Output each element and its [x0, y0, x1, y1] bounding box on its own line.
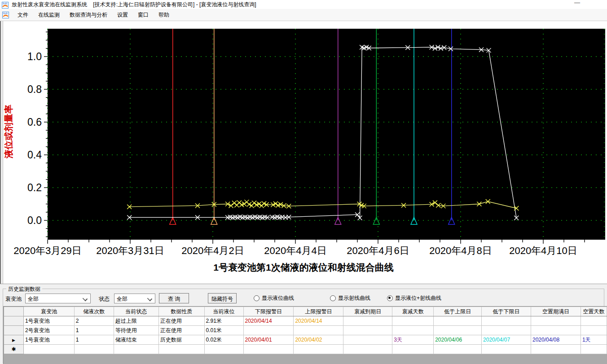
- selected-cell[interactable]: 2020/04/05: [343, 335, 392, 345]
- column-header[interactable]: 衰减天数: [392, 307, 434, 316]
- mdi-left-edge: [0, 21, 3, 284]
- menu-item-帮助[interactable]: 帮助: [154, 9, 174, 21]
- table-cell[interactable]: 1: [74, 335, 114, 345]
- column-header[interactable]: 低于下限日: [482, 307, 531, 316]
- svg-text:2020年4月6日: 2020年4月6日: [347, 245, 409, 256]
- table-cell[interactable]: [294, 326, 343, 335]
- table-cell[interactable]: 2: [74, 316, 114, 326]
- menu-item-在线监测[interactable]: 在线监测: [33, 9, 65, 21]
- table-cell[interactable]: 正在使用: [158, 326, 204, 335]
- column-header[interactable]: 当前状态: [114, 307, 158, 316]
- svg-text:1.0: 1.0: [27, 51, 42, 62]
- table-cell[interactable]: [581, 326, 607, 335]
- column-header[interactable]: 衰减到期日: [343, 307, 392, 316]
- table-cell[interactable]: [343, 326, 392, 335]
- table-cell[interactable]: 1号衰变池: [23, 316, 74, 326]
- table-cell[interactable]: [74, 345, 114, 354]
- table-cell[interactable]: [531, 345, 581, 354]
- table-cell[interactable]: [392, 316, 434, 326]
- radio-selected-icon: [387, 295, 393, 301]
- table-cell[interactable]: 等待使用: [114, 326, 158, 335]
- table-cell[interactable]: 3天: [392, 335, 434, 345]
- menu-item-数据查询与分析[interactable]: 数据查询与分析: [65, 9, 112, 21]
- table-cell[interactable]: 0.02米: [204, 335, 243, 345]
- svg-text:2020年4月2日: 2020年4月2日: [181, 245, 244, 256]
- status-filter-combobox[interactable]: 全部: [114, 294, 155, 303]
- chevron-down-icon: [83, 296, 88, 301]
- table-cell[interactable]: [531, 316, 581, 326]
- column-header[interactable]: 储液次数: [74, 307, 114, 316]
- pool-filter-combobox[interactable]: 全部: [25, 294, 91, 303]
- current-row-indicator[interactable]: ▶: [4, 335, 24, 345]
- radio-curve-1[interactable]: 显示射线曲线: [330, 294, 370, 302]
- table-cell[interactable]: 历史数据: [158, 335, 204, 345]
- table-cell[interactable]: [294, 345, 343, 354]
- table-cell[interactable]: 1天: [581, 335, 607, 345]
- column-header[interactable]: 衰变池: [23, 307, 74, 316]
- table-cell[interactable]: [482, 326, 531, 335]
- menu-item-窗口[interactable]: 窗口: [133, 9, 154, 21]
- table-cell[interactable]: [204, 345, 243, 354]
- table-cell[interactable]: [531, 326, 581, 335]
- table-cell[interactable]: [114, 345, 158, 354]
- table-cell[interactable]: 2020/04/07: [482, 335, 531, 345]
- table-cell[interactable]: 2020/04/02: [294, 335, 343, 345]
- table-cell[interactable]: 2020/04/01: [243, 335, 294, 345]
- radio-label: 显示射线曲线: [338, 294, 370, 302]
- table-cell[interactable]: 储液结束: [114, 335, 158, 345]
- row-header[interactable]: [4, 316, 24, 326]
- table-header-row: 衰变池储液次数当前状态数据性质当前液位下限报警日上限报警日衰减到期日衰减天数低于…: [4, 307, 607, 316]
- table-cell[interactable]: 1: [74, 326, 114, 335]
- history-data-grid: 衰变池储液次数当前状态数据性质当前液位下限报警日上限报警日衰减到期日衰减天数低于…: [3, 306, 607, 364]
- table-cell[interactable]: 2020/04/08: [531, 335, 581, 345]
- column-header[interactable]: 空置期满日: [531, 307, 581, 316]
- pool-filter-value: 全部: [28, 296, 39, 302]
- table-cell[interactable]: 2020/04/14: [294, 316, 343, 326]
- table-cell[interactable]: 2020/04/06: [434, 335, 482, 345]
- table-cell[interactable]: 正在使用: [158, 316, 204, 326]
- radio-curve-0[interactable]: 显示液位曲线: [254, 294, 294, 302]
- table-cell[interactable]: [23, 345, 74, 354]
- column-header[interactable]: 当前液位: [204, 307, 243, 316]
- plot-area: [48, 29, 605, 240]
- table-cell[interactable]: [581, 316, 607, 326]
- table-cell[interactable]: [243, 326, 294, 335]
- table-cell[interactable]: 超过上限: [114, 316, 158, 326]
- column-header[interactable]: 低于上限日: [434, 307, 482, 316]
- table-cell[interactable]: [434, 326, 482, 335]
- column-header[interactable]: 空置天数: [581, 307, 607, 316]
- table-cell[interactable]: [434, 345, 482, 354]
- table-cell[interactable]: [581, 345, 607, 354]
- table-cell[interactable]: [343, 316, 392, 326]
- table-cell[interactable]: 2号衰变池: [23, 326, 74, 335]
- column-header[interactable]: 上限报警日: [294, 307, 343, 316]
- menu-item-设置[interactable]: 设置: [112, 9, 133, 21]
- table-cell[interactable]: [482, 316, 531, 326]
- table-cell[interactable]: 1号衰变池: [23, 335, 74, 345]
- table-corner-cell: [4, 307, 24, 316]
- table-cell[interactable]: [392, 326, 434, 335]
- radio-curve-2[interactable]: 显示液位+射线曲线: [387, 294, 441, 302]
- table-cell[interactable]: [158, 345, 204, 354]
- row-header[interactable]: [4, 326, 24, 335]
- minimize-button[interactable]: —: [574, 0, 580, 6]
- table-cell[interactable]: [243, 345, 294, 354]
- svg-text:0.4: 0.4: [27, 149, 42, 161]
- table-cell[interactable]: [482, 345, 531, 354]
- new-row-indicator[interactable]: ✱: [4, 345, 24, 354]
- table-cell[interactable]: 2.91米: [204, 316, 243, 326]
- column-header[interactable]: 下限报警日: [243, 307, 294, 316]
- svg-text:0.6: 0.6: [27, 116, 42, 128]
- menu-bar: RnRi 文件在线监测数据查询与分析设置窗口帮助: [0, 9, 607, 21]
- hide-symbols-button[interactable]: 隐藏符号: [208, 293, 237, 303]
- radio-label: 显示液位曲线: [262, 294, 294, 302]
- table-cell[interactable]: [392, 345, 434, 354]
- child-window-icon: RnRi: [2, 12, 9, 18]
- query-button[interactable]: 查 询: [159, 293, 189, 303]
- column-header[interactable]: 数据性质: [158, 307, 204, 316]
- table-cell[interactable]: [343, 345, 392, 354]
- table-cell[interactable]: 0.01米: [204, 326, 243, 335]
- table-cell[interactable]: 2020/04/14: [243, 316, 294, 326]
- menu-item-文件[interactable]: 文件: [13, 9, 33, 21]
- table-cell[interactable]: [434, 316, 482, 326]
